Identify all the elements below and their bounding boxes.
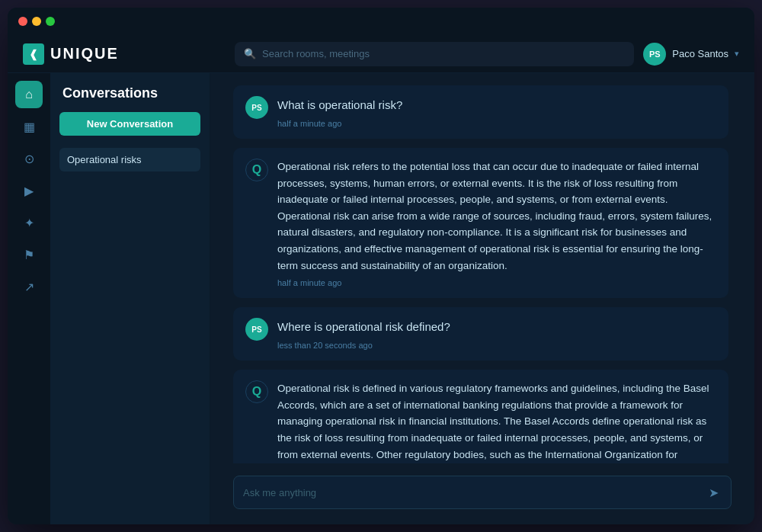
minimize-button[interactable] (32, 17, 41, 26)
ai-icon: Q (252, 163, 261, 177)
message-text: Operational risk is defined in various r… (277, 380, 716, 463)
message-text: Operational risk refers to the potential… (277, 159, 716, 274)
avatar: PS (643, 43, 666, 66)
search-icon: 🔍 (244, 48, 256, 59)
logo-area: ❰ UnIQUE (23, 43, 183, 65)
message-text: Where is operational risk defined? (277, 318, 716, 336)
ai-avatar: Q (245, 380, 268, 403)
icon-sidebar: ⌂ ▦ ⊙ ▶ ✦ ⚑ ↗ (8, 73, 50, 524)
logo-icon-symbol: ❰ (29, 48, 38, 60)
sidebar-item-home[interactable]: ⌂ (15, 81, 43, 108)
ai-icon: Q (252, 385, 261, 399)
message-bubble: PS What is operational risk? half a minu… (233, 85, 728, 139)
search-input[interactable] (262, 48, 625, 59)
main-layout: ⌂ ▦ ⊙ ▶ ✦ ⚑ ↗ Conversations New Conversa… (8, 73, 754, 524)
sidebar-item-rocket[interactable]: ⚑ (15, 241, 43, 268)
chat-area: PS What is operational risk? half a minu… (210, 73, 754, 463)
traffic-lights (18, 17, 55, 26)
sidebar-item-video[interactable]: ▶ (15, 177, 43, 204)
logo-icon: ❰ (23, 43, 44, 65)
titlebar (8, 8, 754, 35)
chevron-down-icon: ▾ (735, 49, 739, 59)
left-panel: Conversations New Conversation Operation… (50, 73, 210, 524)
sidebar-item-profile[interactable]: ⊙ (15, 145, 43, 172)
ai-avatar: Q (245, 159, 268, 181)
message-content: What is operational risk? half a minute … (277, 96, 716, 128)
input-area: ➤ (210, 463, 754, 524)
message-bubble: Q Operational risk is defined in various… (233, 370, 728, 463)
message-time: half a minute ago (277, 278, 716, 287)
avatar: PS (245, 318, 268, 341)
user-name: Paco Santos (672, 48, 728, 59)
sidebar-item-analytics[interactable]: ↗ (15, 273, 43, 300)
user-area[interactable]: PS Paco Santos ▾ (643, 43, 739, 66)
message-bubble: Q Operational risk refers to the potenti… (233, 148, 728, 298)
logo-text: UnIQUE (50, 45, 119, 62)
conversation-item-operational-risks[interactable]: Operational risks (59, 148, 200, 171)
content-area: PS What is operational risk? half a minu… (210, 73, 754, 524)
message-time: less than 20 seconds ago (277, 341, 716, 350)
sidebar-item-calendar[interactable]: ▦ (15, 113, 43, 140)
avatar: PS (245, 96, 268, 119)
input-wrapper: ➤ (233, 476, 732, 509)
message-text: What is operational risk? (277, 96, 716, 114)
app-window: ❰ UnIQUE 🔍 PS Paco Santos ▾ ⌂ ▦ ⊙ ▶ ✦ ⚑ … (8, 8, 754, 524)
message-time: half a minute ago (277, 119, 716, 128)
message-content: Operational risk is defined in various r… (277, 380, 716, 463)
messages-container: PS What is operational risk? half a minu… (233, 85, 732, 463)
top-bar: ❰ UnIQUE 🔍 PS Paco Santos ▾ (8, 35, 754, 73)
message-content: Operational risk refers to the potential… (277, 159, 716, 287)
send-button[interactable]: ➤ (706, 482, 722, 503)
sidebar-item-ideas[interactable]: ✦ (15, 209, 43, 236)
chat-input[interactable] (243, 487, 700, 498)
panel-title: Conversations (59, 85, 200, 101)
new-conversation-button[interactable]: New Conversation (59, 112, 200, 136)
close-button[interactable] (18, 17, 27, 26)
message-bubble: PS Where is operational risk defined? le… (233, 307, 728, 361)
maximize-button[interactable] (46, 17, 55, 26)
message-content: Where is operational risk defined? less … (277, 318, 716, 350)
search-bar[interactable]: 🔍 (235, 42, 634, 66)
